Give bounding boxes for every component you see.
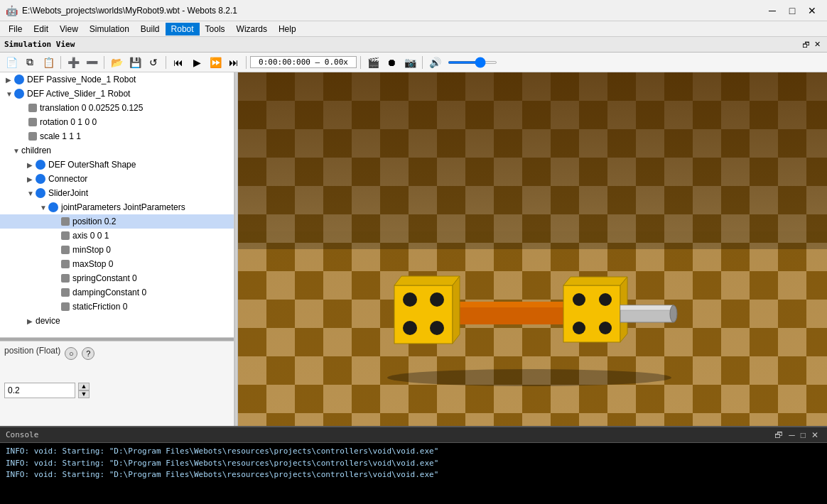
menu-help[interactable]: Help [273,23,302,35]
spinner-up-button[interactable]: ▲ [78,383,90,390]
new-scene-button[interactable]: 📄 [3,55,20,70]
console-line-1: INFO: void: Starting: "D:\Program Files\… [6,446,821,458]
tree-node-device[interactable]: ▶ device [0,314,234,328]
tree-bullet-springconstant [61,274,70,283]
menu-view[interactable]: View [54,23,84,35]
menu-tools[interactable]: Tools [200,23,231,35]
add-node-button[interactable]: ➕ [65,55,82,70]
tree-node-rotation[interactable]: ▶ rotation 0 1 0 0 [0,115,234,129]
console-close-button[interactable]: ✕ [809,430,821,440]
tree-node-dampingconstant[interactable]: ▶ dampingConstant 0 [0,285,234,300]
separator-3 [166,56,166,69]
main-layout: Simulation View 🗗 ✕ 📄 ⧉ 📋 ➕ ➖ 📂 💾 ↺ ⏮ ▶ … [0,37,827,504]
sound-button[interactable]: 🔊 [426,55,443,70]
tree-bullet-scale [28,132,37,141]
console-line-3: INFO: void: Starting: "D:\Program Files\… [6,469,821,481]
tree-node-connector[interactable]: ▶ Connector [0,172,234,186]
remove-node-button[interactable]: ➖ [83,55,100,70]
menu-build[interactable]: Build [135,23,166,35]
svg-rect-28 [620,305,674,310]
menu-file[interactable]: File [3,23,28,35]
tree-node-minstop[interactable]: ▶ minStop 0 [0,243,234,257]
sim-view-title: Simulation View [4,40,800,49]
tree-label-connector: Connector [48,174,87,184]
tree-node-position[interactable]: ▶ position 0.2 [0,214,234,229]
play-button[interactable]: ▶ [188,55,205,70]
tree-node-outershaft[interactable]: ▶ DEF OuterShaft Shape [0,158,234,172]
minimize-button[interactable]: ─ [763,4,782,18]
tree-node-jointparams[interactable]: ▼ jointParameters JointParameters [0,200,234,214]
tree-arrow-outershaft[interactable]: ▶ [27,161,36,169]
sim-close-button[interactable]: ✕ [811,39,823,50]
volume-slider[interactable] [448,61,497,64]
tree-bullet-position [61,217,70,226]
screenshot-button[interactable]: 📷 [401,55,418,70]
console-minimize-button[interactable]: ─ [786,430,798,440]
tree-arrow-passive[interactable]: ▶ [6,76,14,84]
tree-bullet-connector [36,174,45,184]
tree-node-maxstop[interactable]: ▶ maxStop 0 [0,257,234,271]
tree-node-passive-robot[interactable]: ▶ DEF Passive_Node_1 Robot [0,72,234,87]
svg-point-25 [573,322,585,334]
console-maximize-button[interactable]: □ [798,430,809,440]
tree-bullet-active [14,89,24,99]
movie-button[interactable]: 🎬 [364,55,382,70]
paste-button[interactable]: 📋 [40,55,57,70]
tree-node-active-robot[interactable]: ▼ DEF Active_Slider_1 Robot [0,87,234,101]
reload-world-button[interactable]: ↺ [145,55,162,70]
record-button[interactable]: ⏺ [383,55,400,70]
tree-node-staticfriction[interactable]: ▶ staticFriction 0 [0,300,234,314]
tree-node-axis[interactable]: ▶ axis 0 0 1 [0,229,234,243]
separator-2 [104,56,104,69]
tree-node-translation[interactable]: ▶ translation 0 0.02525 0.125 [0,101,234,115]
step-back-button[interactable]: ⏮ [170,55,187,70]
properties-header-row: position (Float) ○ ? [4,346,229,361]
properties-input-row: ▲ ▼ [4,383,229,398]
save-world-button[interactable]: 💾 [126,55,144,70]
tree-arrow-connector[interactable]: ▶ [27,175,36,183]
tree-label-minstop: minStop 0 [72,245,111,255]
menu-simulation[interactable]: Simulation [84,23,135,35]
open-world-button[interactable]: 📂 [108,55,125,70]
properties-circle-button[interactable]: ○ [65,347,77,360]
properties-value-input[interactable] [4,383,75,398]
close-button[interactable]: ✕ [803,4,821,18]
title-bar: 🤖 E:\Webots_projects\worlds\MyRobot9.wbt… [0,0,827,21]
scene-tree[interactable]: ▶ DEF Passive_Node_1 Robot ▼ DEF Active_… [0,72,234,338]
console-restore-button[interactable]: 🗗 [772,430,786,440]
console-panel: Console 🗗 ─ □ ✕ INFO: void: Starting: "D… [0,426,827,504]
spinner-down-button[interactable]: ▼ [78,390,90,398]
svg-marker-15 [453,276,460,344]
tree-arrow-sliderjoint[interactable]: ▼ [27,190,36,197]
tree-node-springconstant[interactable]: ▶ springConstant 0 [0,271,234,285]
simulation-view-header: Simulation View 🗗 ✕ [0,37,827,53]
tree-node-children[interactable]: ▼ children [0,143,234,158]
tree-label-staticfriction: staticFriction 0 [72,302,127,312]
properties-help-button[interactable]: ? [82,347,94,360]
time-display: 0:00:00:000 – 0.00x [250,56,357,68]
properties-panel: position (Float) ○ ? ▲ ▼ [0,341,234,426]
tree-label-sliderjoint: SliderJoint [48,188,88,198]
tree-arrow-active[interactable]: ▼ [6,90,14,98]
tree-bullet-jointparams [48,202,58,212]
menu-robot[interactable]: Robot [166,23,200,35]
window-controls: ─ □ ✕ [763,4,821,18]
tree-node-scale[interactable]: ▶ scale 1 1 1 [0,129,234,143]
fastest-button[interactable]: ⏭ [225,55,242,70]
3d-viewport[interactable] [238,72,827,426]
menu-edit[interactable]: Edit [28,23,54,35]
maximize-button[interactable]: □ [783,4,801,18]
properties-title: position (Float) [4,346,60,356]
tree-arrow-children[interactable]: ▼ [13,147,21,155]
tree-arrow-jointparams[interactable]: ▼ [40,204,48,212]
menu-wizards[interactable]: Wizards [231,23,273,35]
svg-point-18 [403,321,417,335]
properties-spinner: ▲ ▼ [78,383,90,398]
sim-restore-button[interactable]: 🗗 [800,39,811,50]
copy-button[interactable]: ⧉ [21,55,38,70]
tree-label-springconstant: springConstant 0 [72,273,137,283]
fast-forward-button[interactable]: ⏩ [207,55,224,70]
tree-arrow-device[interactable]: ▶ [27,317,36,325]
svg-point-19 [430,321,444,335]
tree-node-sliderjoint[interactable]: ▼ SliderJoint [0,186,234,200]
